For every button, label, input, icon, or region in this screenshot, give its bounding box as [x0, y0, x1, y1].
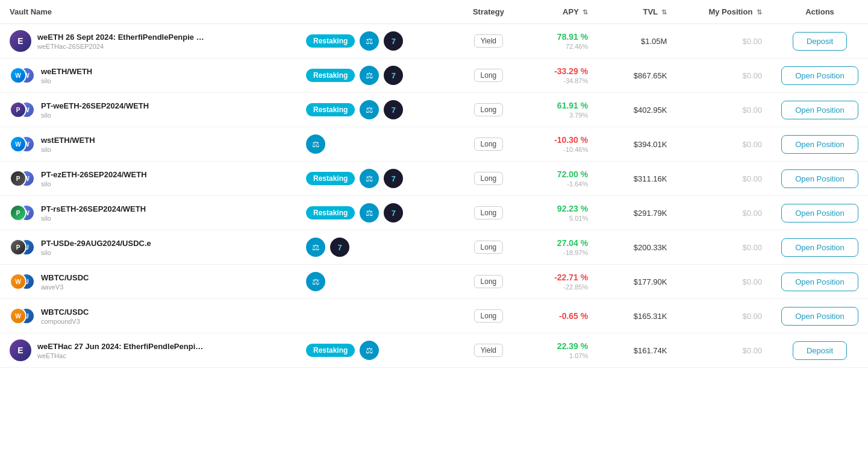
tags-td: Restaking⚖7: [296, 162, 457, 196]
action-button[interactable]: Open Position: [781, 238, 858, 257]
vault-name-cell: W U WBTC/USDC compoundV3: [0, 299, 296, 333]
tags-td: Restaking⚖: [296, 333, 457, 368]
header-my-position[interactable]: My Position ⇅: [676, 0, 772, 24]
protocol-icon: 7: [384, 66, 403, 85]
position-cell: $0.00: [676, 93, 772, 127]
strategy-cell: Long: [457, 265, 520, 299]
header-tvl[interactable]: TVL ⇅: [598, 0, 676, 24]
vault-title: wstETH/WETH: [41, 136, 95, 145]
action-button[interactable]: Open Position: [781, 307, 858, 326]
vault-icon: P W: [10, 168, 35, 189]
restaking-tag: Restaking: [306, 206, 355, 219]
tvl-cell: $311.16K: [598, 162, 676, 196]
restaking-tag: Restaking: [306, 69, 355, 82]
vault-name-inner: P W PT-ezETH-26SEP2024/WETH silo: [10, 168, 287, 189]
vault-name-cell: E weETH 26 Sept 2024: EtherfiPendlePenpi…: [0, 24, 296, 58]
tvl-cell: $402.95K: [598, 93, 676, 127]
strategy-badge: Long: [474, 69, 504, 82]
strategy-cell: Long: [457, 127, 520, 162]
vault-icon: W W: [10, 65, 35, 86]
table-row: W U WBTC/USDC compoundV3 Long -0.65 % $1…: [0, 299, 868, 333]
strategy-cell: Long: [457, 196, 520, 230]
action-button[interactable]: Open Position: [781, 169, 858, 188]
restaking-tag: Restaking: [306, 344, 355, 357]
protocol-icon: 7: [330, 238, 349, 257]
balance-icon: ⚖: [360, 203, 379, 222]
tags-td: Restaking⚖7: [296, 58, 457, 93]
action-button[interactable]: Open Position: [781, 273, 858, 291]
tags-td: Restaking⚖7: [296, 196, 457, 230]
apy-main: 27.04 %: [530, 238, 588, 248]
vault-title: WBTC/USDC: [41, 273, 89, 282]
apy-main: 61.91 %: [530, 101, 588, 110]
vault-icon-primary: W: [10, 67, 27, 84]
balance-icon: ⚖: [306, 238, 325, 257]
tags-cell: Restaking⚖7: [306, 31, 447, 51]
vault-subtitle: silo: [41, 146, 95, 153]
apy-sub: -18.97%: [530, 249, 588, 256]
table-body: E weETH 26 Sept 2024: EtherfiPendlePenpi…: [0, 24, 868, 368]
action-button[interactable]: Open Position: [781, 66, 858, 85]
vault-title: WBTC/USDC: [41, 308, 89, 317]
apy-cell: 78.91 % 72.46%: [520, 24, 598, 58]
vault-icon-primary: P: [10, 101, 27, 118]
action-button[interactable]: Deposit: [793, 341, 847, 360]
position-cell: $0.00: [676, 230, 772, 265]
header-apy[interactable]: APY ⇅: [520, 0, 598, 24]
apy-cell: 61.91 % 3.79%: [520, 93, 598, 127]
strategy-cell: Yield: [457, 24, 520, 58]
restaking-tag: Restaking: [306, 103, 355, 116]
tvl-cell: $165.31K: [598, 299, 676, 333]
vault-text: PT-ezETH-26SEP2024/WETH silo: [41, 170, 147, 188]
action-button[interactable]: Open Position: [781, 204, 858, 222]
actions-cell: Open Position: [772, 93, 868, 127]
actions-cell: Deposit: [772, 333, 868, 368]
apy-sub: -34.87%: [530, 77, 588, 84]
actions-cell: Open Position: [772, 127, 868, 162]
tvl-sort-icon: ⇅: [661, 8, 667, 16]
vault-icon: W W: [10, 133, 35, 155]
apy-sub: 5.01%: [530, 215, 588, 222]
position-cell: $0.00: [676, 58, 772, 93]
vault-subtitle: aaveV3: [41, 283, 89, 291]
vault-icon: W U: [10, 305, 35, 327]
tags-td: [296, 299, 457, 333]
apy-main: -10.30 %: [530, 135, 588, 145]
balance-icon: ⚖: [306, 134, 325, 154]
vault-icon-primary: P: [10, 170, 27, 187]
tvl-cell: $1.05M: [598, 24, 676, 58]
strategy-badge: Long: [474, 275, 504, 288]
table-row: W W wstETH/WETH silo ⚖ Long -10.30 % -10…: [0, 127, 868, 162]
strategy-cell: Long: [457, 162, 520, 196]
vault-name-inner: W U WBTC/USDC compoundV3: [10, 305, 287, 327]
vault-icon: E: [10, 339, 31, 361]
position-cell: $0.00: [676, 299, 772, 333]
vault-title: PT-weETH-26SEP2024/WETH: [41, 101, 149, 110]
vault-title: weETH 26 Sept 2024: EtherfiPendlePenpie …: [37, 33, 206, 42]
action-button[interactable]: Deposit: [793, 32, 847, 51]
header-tags: [296, 0, 457, 24]
position-cell: $0.00: [676, 162, 772, 196]
tags-cell: Restaking⚖7: [306, 169, 447, 188]
protocol-icon: 7: [384, 203, 403, 222]
restaking-tag: Restaking: [306, 34, 355, 48]
vault-subtitle: weETHac: [37, 352, 206, 359]
vault-subtitle: silo: [41, 112, 149, 119]
table-row: E weETHac 27 Jun 2024: EtherfiPendlePenp…: [0, 333, 868, 368]
vault-text: weETH 26 Sept 2024: EtherfiPendlePenpie …: [37, 33, 206, 50]
header-strategy: Strategy: [457, 0, 520, 24]
action-button[interactable]: Open Position: [781, 135, 858, 154]
vault-subtitle: silo: [41, 249, 151, 256]
vault-name-inner: W U WBTC/USDC aaveV3: [10, 271, 287, 292]
tags-cell: ⚖: [306, 134, 447, 154]
strategy-badge: Long: [474, 137, 504, 151]
position-cell: $0.00: [676, 333, 772, 368]
table-row: P U PT-USDe-29AUG2024/USDC.e silo ⚖7 Lon…: [0, 230, 868, 265]
actions-cell: Open Position: [772, 196, 868, 230]
strategy-cell: Yield: [457, 333, 520, 368]
vault-text: PT-weETH-26SEP2024/WETH silo: [41, 101, 149, 119]
actions-cell: Open Position: [772, 299, 868, 333]
action-button[interactable]: Open Position: [781, 101, 858, 119]
vault-icon: P U: [10, 236, 35, 258]
vault-name-inner: E weETH 26 Sept 2024: EtherfiPendlePenpi…: [10, 30, 287, 52]
